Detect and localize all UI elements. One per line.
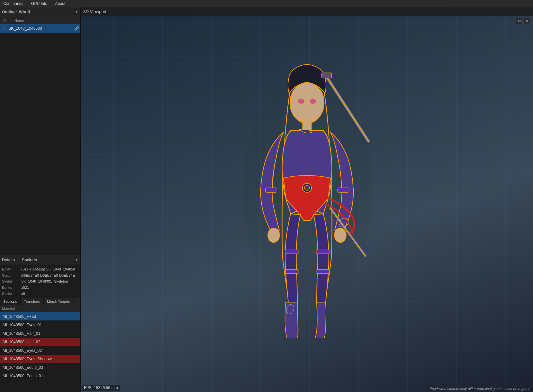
material-row-7[interactable]: MI_1048500_Equip_01 bbox=[0, 372, 80, 380]
details-dropdown-icon[interactable]: ▼ bbox=[75, 258, 78, 262]
viewport-controls: ⊡ ✕ bbox=[516, 18, 530, 24]
material-row-5[interactable]: MI_1048500_Eyes_Shadow bbox=[0, 355, 80, 363]
svg-rect-19 bbox=[317, 270, 329, 273]
svg-point-10 bbox=[268, 228, 280, 242]
detail-guid: Guid D8EB74E0-D8EB74E0-D8EB74E bbox=[2, 272, 78, 279]
detail-bones-val: x521 bbox=[21, 285, 29, 291]
viewport-header: 3D Viewport bbox=[81, 7, 533, 16]
svg-rect-18 bbox=[286, 270, 298, 273]
vp-btn-maximize[interactable]: ⊡ bbox=[516, 18, 523, 24]
material-col-label: Material bbox=[2, 307, 15, 311]
outliner-label: Outliner bbox=[2, 10, 17, 14]
row-num: 3 bbox=[1, 26, 7, 30]
svg-rect-14 bbox=[266, 188, 277, 192]
svg-rect-17 bbox=[316, 250, 329, 254]
outliner-content: C Name 3 SK_1048_1048500 🔗 bbox=[0, 17, 80, 255]
detail-guid-val: D8EB74E0-D8EB74E0-D8EB74E bbox=[21, 272, 75, 279]
detail-skelet-val: SK_1048_1048001_Skeleton bbox=[21, 278, 68, 285]
svg-rect-16 bbox=[285, 250, 298, 254]
detail-socke-val: x9 bbox=[21, 291, 25, 297]
tab-morph-targets[interactable]: Morph Targets bbox=[44, 298, 73, 305]
vp-btn-close[interactable]: ✕ bbox=[524, 18, 530, 24]
details-header: Details Sockets ▼ bbox=[0, 255, 80, 265]
tab-transform[interactable]: Transform bbox=[21, 298, 44, 305]
outliner-dropdown-icon[interactable]: ▼ bbox=[75, 10, 78, 14]
axis-line-vertical bbox=[307, 7, 307, 392]
material-row-2[interactable]: MI_1048500_Hair_01 bbox=[0, 329, 80, 338]
status-bar: Previewed content may differ from final … bbox=[429, 387, 530, 391]
row-name-sk: SK_1048_1048500 bbox=[8, 26, 73, 31]
detail-bones-key: Bones bbox=[2, 285, 20, 291]
detail-entity-val: (SkeletalMesh) SK_1048_104850 bbox=[21, 266, 75, 272]
left-panel: Outliner World ▼ C Name 3 SK_1048_104850… bbox=[0, 7, 81, 392]
fps-counter: FPS: 152 (6.56 ms) bbox=[82, 385, 120, 391]
svg-point-3 bbox=[310, 99, 316, 104]
outliner-row-sk[interactable]: 3 SK_1048_1048500 🔗 bbox=[0, 24, 80, 33]
outliner-header: Outliner World ▼ bbox=[0, 7, 80, 17]
svg-rect-7 bbox=[322, 73, 331, 78]
material-header: Material bbox=[0, 305, 80, 312]
sections-content: Material MI_1048500_HeadMI_1048500_Eyes_… bbox=[0, 305, 80, 392]
sockets-label: Sockets bbox=[22, 258, 37, 262]
tabs-bar: Sections Transform Morph Targets bbox=[0, 298, 80, 305]
world-label: World bbox=[19, 10, 30, 14]
detail-bones: Bones x521 bbox=[2, 285, 78, 291]
detail-skelet: Skelet SK_1048_1048001_Skeleton bbox=[2, 278, 78, 285]
viewport-title: 3D Viewport bbox=[83, 9, 106, 14]
detail-entity-key: Entity bbox=[2, 266, 20, 272]
menu-bar: Commands GPU Info About bbox=[0, 0, 533, 7]
material-row-1[interactable]: MI_1048500_Eyes_01 bbox=[0, 321, 80, 329]
row-link-icon: 🔗 bbox=[74, 26, 79, 31]
material-row-6[interactable]: MI_1048500_Equip_03 bbox=[0, 363, 80, 372]
detail-socke: Socke x9 bbox=[2, 291, 78, 297]
material-row-0[interactable]: MI_1048500_Head bbox=[0, 312, 80, 321]
detail-skelet-key: Skelet bbox=[2, 278, 20, 285]
details-info: Entity (SkeletalMesh) SK_1048_104850 Gui… bbox=[0, 265, 80, 298]
detail-guid-key: Guid bbox=[2, 272, 20, 279]
viewport[interactable]: 3D Viewport ⊡ ✕ bbox=[81, 7, 533, 392]
details-panel: Details Sockets ▼ Entity (SkeletalMesh) … bbox=[0, 255, 80, 392]
material-row-4[interactable]: MI_1048500_Eyes_02 bbox=[0, 346, 80, 355]
outliner-col-header: C Name bbox=[0, 17, 80, 24]
svg-rect-15 bbox=[338, 188, 349, 192]
menu-commands[interactable]: Commands bbox=[1, 1, 25, 7]
detail-entity: Entity (SkeletalMesh) SK_1048_104850 bbox=[2, 266, 78, 272]
material-row-3[interactable]: MI_1048500_Hair_02 bbox=[0, 338, 80, 346]
svg-point-2 bbox=[298, 99, 304, 104]
col-c-header: C bbox=[1, 19, 8, 23]
menu-about[interactable]: About bbox=[53, 1, 67, 7]
tab-sections[interactable]: Sections bbox=[0, 298, 21, 305]
detail-socke-key: Socke bbox=[2, 291, 20, 297]
menu-gpu-info[interactable]: GPU Info bbox=[29, 1, 49, 7]
col-name-header: Name bbox=[14, 19, 24, 23]
svg-point-11 bbox=[334, 228, 346, 242]
details-label: Details bbox=[2, 258, 15, 262]
